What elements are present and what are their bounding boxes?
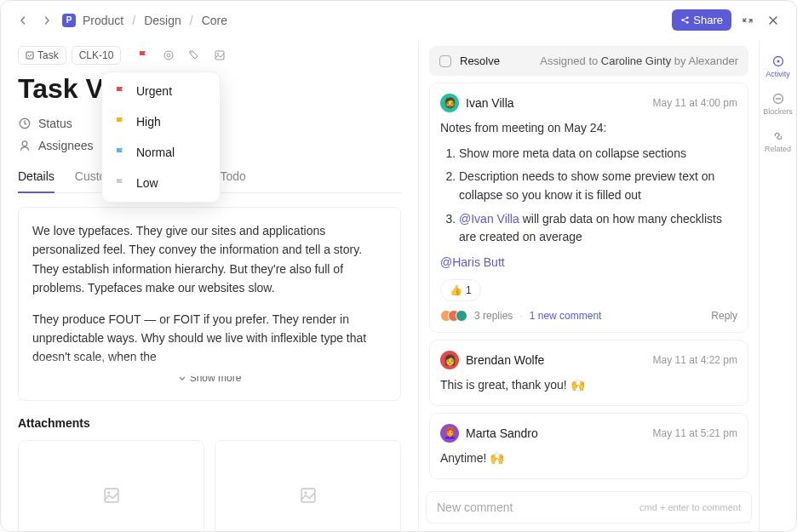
attachment-slot[interactable] <box>18 440 204 532</box>
svg-point-10 <box>22 141 27 146</box>
breadcrumb-product[interactable]: Product <box>83 14 123 27</box>
svg-point-6 <box>192 52 193 54</box>
svg-rect-3 <box>26 52 33 59</box>
image-icon[interactable] <box>213 49 226 62</box>
avatar: 👩 <box>440 351 459 369</box>
priority-low[interactable]: Low <box>102 168 220 198</box>
description-box[interactable]: We love typefaces. They give our sites a… <box>18 207 401 401</box>
svg-point-16 <box>777 60 779 63</box>
breadcrumb-design[interactable]: Design <box>144 14 181 27</box>
comment-time: May 11 at 5:21 pm <box>653 427 737 439</box>
resolve-label[interactable]: Resolve <box>460 54 500 67</box>
svg-point-12 <box>107 491 110 494</box>
priority-dropdown[interactable]: Urgent High Normal Low <box>101 72 221 203</box>
tab-details[interactable]: Details <box>18 169 54 193</box>
composer-hint: cmd + enter to comment <box>639 502 741 512</box>
comment: 🧔 Ivan Villa May 11 at 4:00 pm Notes fro… <box>429 83 748 333</box>
comment-author[interactable]: Brendan Wolfe <box>466 353 544 367</box>
reply-button[interactable]: Reply <box>711 310 737 322</box>
reply-avatars <box>440 310 467 322</box>
nav-forward[interactable] <box>38 12 55 29</box>
resolve-bar: Resolve Assigned to Caroline Ginty by Al… <box>429 46 748 76</box>
svg-point-14 <box>304 491 307 494</box>
breadcrumb-badge: P <box>62 14 76 27</box>
tab-todo[interactable]: Todo <box>220 169 245 192</box>
comment: 👩‍🦰 Marta Sandro May 11 at 5:21 pm Anyti… <box>429 413 748 479</box>
comment-author[interactable]: Marta Sandro <box>466 426 538 440</box>
priority-normal[interactable]: Normal <box>102 137 220 168</box>
close-icon[interactable] <box>764 11 783 30</box>
avatar: 🧔 <box>440 94 459 112</box>
comment-author[interactable]: Ivan Villa <box>466 96 514 110</box>
resolve-checkbox[interactable] <box>439 55 451 67</box>
new-comment-badge[interactable]: 1 new comment <box>530 310 602 322</box>
task-type-chip[interactable]: Task <box>18 46 66 65</box>
priority-urgent[interactable]: Urgent <box>102 76 220 106</box>
share-button[interactable]: Share <box>672 9 731 31</box>
reaction-chip[interactable]: 👍 1 <box>440 279 481 302</box>
attachments-heading: Attachments <box>18 416 401 430</box>
tag-icon[interactable] <box>187 49 201 62</box>
attachment-slot[interactable] <box>215 440 401 532</box>
comment-time: May 11 at 4:22 pm <box>653 354 737 366</box>
rail-blockers[interactable]: Blockers <box>760 85 796 123</box>
comment: 👩 Brendan Wolfe May 11 at 4:22 pm This i… <box>429 340 748 406</box>
svg-point-4 <box>164 51 173 60</box>
mention[interactable]: @Ivan Villa <box>459 212 519 226</box>
comment-time: May 11 at 4:00 pm <box>653 97 737 109</box>
priority-flag-icon[interactable] <box>136 49 150 62</box>
assigned-to: Assigned to Caroline Ginty by Alexander <box>540 54 738 67</box>
rail-related[interactable]: Related <box>760 123 796 160</box>
nav-back[interactable] <box>14 12 32 29</box>
rail-activity[interactable]: Activity <box>760 48 796 85</box>
breadcrumb-core[interactable]: Core <box>202 14 227 27</box>
target-icon[interactable] <box>162 49 175 62</box>
reply-count[interactable]: 3 replies <box>474 310 513 322</box>
mention[interactable]: @Haris Butt <box>440 255 505 269</box>
task-id-chip[interactable]: CLK-10 <box>72 46 122 65</box>
collapse-icon[interactable] <box>738 11 757 30</box>
priority-high[interactable]: High <box>102 106 220 137</box>
comment-composer[interactable]: New comment cmd + enter to comment <box>426 491 752 523</box>
svg-point-8 <box>217 53 219 54</box>
avatar: 👩‍🦰 <box>440 424 459 443</box>
svg-point-5 <box>167 54 170 57</box>
